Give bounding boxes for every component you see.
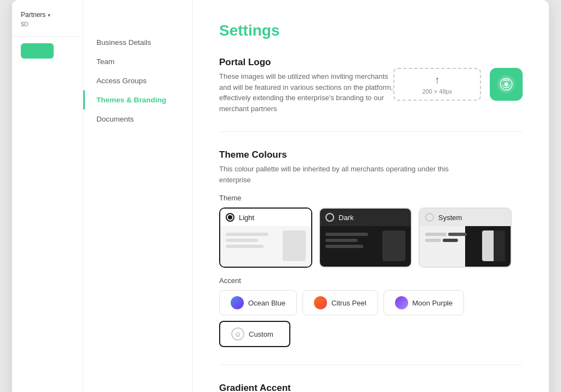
theme-option-system[interactable]: System bbox=[419, 207, 512, 268]
theme-options: Light bbox=[219, 207, 523, 268]
theme-light-sidebar-mock bbox=[283, 230, 306, 261]
theme-light-bar-3 bbox=[226, 245, 264, 248]
theme-option-light[interactable]: Light bbox=[219, 207, 312, 268]
theme-dark-bar-1 bbox=[325, 233, 368, 236]
system-bar-dark-2 bbox=[443, 239, 457, 242]
citrus-peel-label: Citrus Peel bbox=[331, 299, 367, 307]
slim-sidebar: Partners ▾ $D bbox=[12, 0, 83, 392]
theme-dark-bar-2 bbox=[325, 239, 358, 242]
theme-system-label: System bbox=[438, 214, 462, 222]
accent-options: Ocean Blue Citrus Peel Moon Purple ☺ Cus… bbox=[219, 290, 523, 347]
theme-colours-desc: This colour pallette will be inherited b… bbox=[219, 164, 449, 185]
theme-light-header: Light bbox=[220, 209, 311, 226]
upload-size-label: 200 × 48px bbox=[422, 88, 453, 95]
chevron-down-icon: ▾ bbox=[48, 12, 50, 18]
logo-area: ↑ 200 × 48px bbox=[393, 68, 523, 101]
theme-colours-title: Theme Colours bbox=[219, 149, 523, 160]
sidebar-item-themes-branding[interactable]: Themes & Branding bbox=[83, 90, 192, 109]
sidebar-item-access-groups[interactable]: Access Groups bbox=[83, 71, 192, 90]
theme-system-header: System bbox=[420, 209, 511, 226]
upload-icon: ↑ bbox=[435, 74, 440, 86]
theme-label: Theme bbox=[219, 194, 523, 202]
system-bar-light-2 bbox=[425, 239, 441, 242]
theme-system-body bbox=[420, 226, 511, 267]
radio-dark bbox=[325, 213, 334, 222]
theme-light-bar-2 bbox=[226, 239, 258, 242]
portal-logo-section: Portal Logo These images will be utilize… bbox=[219, 57, 523, 132]
accent-citrus-peel[interactable]: Citrus Peel bbox=[302, 290, 378, 315]
ocean-blue-label: Ocean Blue bbox=[248, 299, 285, 307]
accent-moon-purple[interactable]: Moon Purple bbox=[383, 290, 465, 315]
citrus-peel-dot bbox=[314, 296, 327, 309]
system-bar-dark-1 bbox=[448, 233, 467, 236]
sidebar-sub-label: $D bbox=[21, 21, 74, 27]
custom-label: Custom bbox=[249, 330, 273, 338]
partners-nav[interactable]: Partners ▾ bbox=[21, 11, 74, 19]
logo-icon bbox=[496, 74, 516, 94]
partners-label: Partners bbox=[21, 11, 45, 19]
system-sidebar-mock bbox=[482, 230, 505, 261]
content-area: Settings Portal Logo These images will b… bbox=[193, 0, 549, 392]
theme-option-dark[interactable]: Dark bbox=[319, 207, 412, 268]
sidebar-item-documents[interactable]: Documents bbox=[83, 109, 192, 129]
moon-purple-label: Moon Purple bbox=[413, 299, 453, 307]
portal-logo-desc: These images will be utilized when invit… bbox=[219, 71, 393, 114]
theme-dark-body bbox=[320, 226, 411, 267]
theme-light-bar-1 bbox=[226, 233, 268, 236]
theme-dark-bar-3 bbox=[325, 245, 363, 248]
sidebar-item-team[interactable]: Team bbox=[83, 52, 192, 71]
portal-logo-title: Portal Logo bbox=[219, 57, 393, 68]
theme-dark-label: Dark bbox=[339, 214, 353, 222]
svg-point-1 bbox=[504, 82, 508, 86]
accent-custom[interactable]: ☺ Custom bbox=[219, 321, 290, 347]
page-title: Settings bbox=[219, 22, 523, 39]
theme-colours-section: Theme Colours This colour pallette will … bbox=[219, 149, 523, 365]
moon-purple-dot bbox=[395, 296, 408, 309]
gradient-accent-title: Gradient Accent bbox=[219, 383, 523, 392]
logo-upload-box[interactable]: ↑ 200 × 48px bbox=[393, 68, 481, 101]
sidebar-green-block bbox=[21, 43, 54, 59]
theme-light-body bbox=[220, 226, 311, 267]
custom-icon: ☺ bbox=[231, 327, 244, 341]
theme-light-label: Light bbox=[239, 214, 254, 222]
sidebar-top: Partners ▾ $D bbox=[12, 11, 83, 37]
app-window: Partners ▾ $D Business DetailsTeamAccess… bbox=[12, 0, 549, 392]
logo-preview bbox=[490, 68, 523, 101]
theme-dark-header: Dark bbox=[320, 209, 411, 226]
system-bar-light-1 bbox=[425, 233, 446, 236]
main-nav: Business DetailsTeamAccess GroupsThemes … bbox=[83, 0, 193, 392]
accent-ocean-blue[interactable]: Ocean Blue bbox=[219, 290, 297, 315]
sidebar-item-business-details[interactable]: Business Details bbox=[83, 33, 192, 52]
theme-dark-sidebar-mock bbox=[382, 230, 405, 261]
gradient-accent-section: Gradient Accent Start #22AB65 ✎ End #36D… bbox=[219, 383, 523, 392]
radio-light bbox=[226, 213, 234, 222]
accent-label: Accent bbox=[219, 276, 523, 285]
radio-system bbox=[425, 213, 434, 222]
ocean-blue-dot bbox=[231, 296, 244, 309]
